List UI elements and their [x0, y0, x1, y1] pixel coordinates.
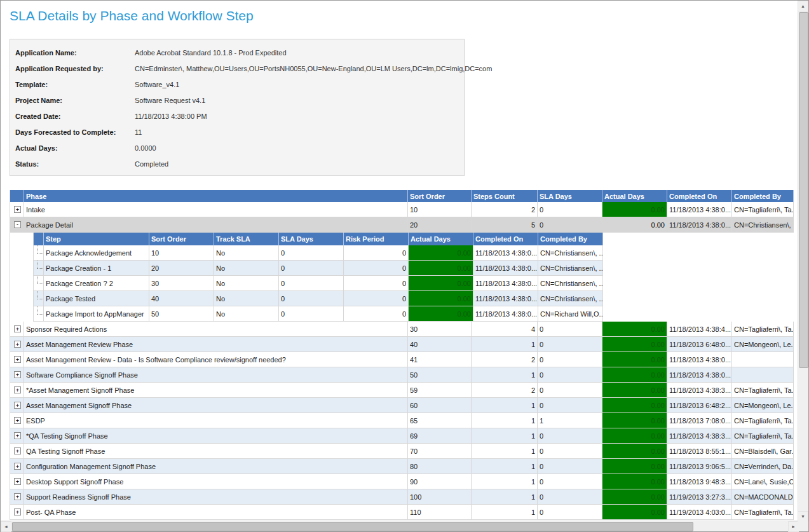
phase-name-cell: Asset Management Review Phase	[24, 337, 408, 352]
sla-days-cell: 0	[538, 474, 602, 489]
step-completed-by-cell: CN=Christiansen\, ...	[538, 261, 603, 276]
step-completed-by-cell: CN=Richard Will,O...	[538, 306, 603, 322]
phase-row: - Package Detail 20 5 0 0.00 11/18/2013 …	[10, 217, 794, 233]
header-step-actual-days[interactable]: Actual Days	[409, 233, 473, 245]
expand-toggle[interactable]: -	[10, 217, 24, 233]
steps-count-cell: 1	[472, 505, 538, 520]
completed-on-cell: 11/18/2013 4:38:3...	[667, 428, 732, 444]
completed-on-cell: 11/18/2013 4:38:4...	[667, 322, 732, 337]
sla-days-cell: 0	[538, 459, 602, 474]
step-name-cell: Package Tested	[44, 291, 149, 306]
risk-period-cell: 0	[344, 245, 409, 261]
info-row: Project Name: Software Request v4.1	[15, 92, 464, 108]
step-completed-on-cell: 11/18/2013 4:38:0...	[473, 291, 538, 306]
header-phase[interactable]: Phase	[24, 190, 408, 202]
phase-row: + *QA Testing Signoff Phase 69 1 0 0.00 …	[10, 428, 794, 444]
expand-toggle[interactable]: +	[10, 413, 24, 428]
expand-icon: +	[14, 386, 21, 393]
sla-days-cell: 0	[538, 489, 602, 505]
step-completed-on-cell: 11/18/2013 4:38:0...	[473, 306, 538, 322]
vertical-scrollbar-thumb[interactable]	[799, 12, 808, 368]
sort-order-cell: 65	[408, 413, 472, 428]
info-row: Status: Completed	[15, 156, 464, 172]
completed-on-cell: 11/18/2013 8:55:1...	[667, 444, 732, 459]
tree-connector-icon	[34, 276, 44, 291]
expand-icon: +	[14, 508, 21, 515]
header-step-completed-by[interactable]: Completed By	[538, 233, 603, 245]
step-completed-by-cell: CN=Christiansen\, ...	[538, 245, 603, 261]
step-completed-by-cell: CN=Christiansen\, ...	[538, 276, 603, 291]
step-completed-on-cell: 11/18/2013 4:38:0...	[473, 245, 538, 261]
scroll-left-arrow-icon[interactable]: ◄	[1, 521, 11, 532]
header-step-sla-days[interactable]: SLA Days	[279, 233, 344, 245]
expand-toggle[interactable]: +	[10, 202, 24, 217]
info-label: Days Forecasted to Complete:	[15, 128, 135, 136]
expand-icon: +	[14, 478, 21, 485]
step-sort-order-cell: 30	[149, 276, 214, 291]
phase-row: + Sponsor Required Actions 30 4 0 0.00 1…	[10, 322, 794, 337]
phase-row: + QA Testing Signoff Phase 70 1 0 0.00 1…	[10, 444, 794, 459]
expand-toggle[interactable]: +	[10, 428, 24, 444]
steps-header-spacer	[34, 233, 44, 245]
info-label: Created Date:	[15, 113, 135, 120]
horizontal-scrollbar-thumb[interactable]	[12, 522, 693, 531]
header-sort-order[interactable]: Sort Order	[408, 190, 472, 202]
actual-days-cell: 0.00	[602, 352, 667, 367]
info-row: Application Requested by: CN=Edminster\,…	[15, 60, 464, 76]
header-track-sla[interactable]: Track SLA	[214, 233, 279, 245]
expand-toggle[interactable]: +	[10, 367, 24, 383]
header-step[interactable]: Step	[44, 233, 149, 245]
scroll-up-arrow-icon[interactable]: ▲	[798, 1, 808, 11]
expand-toggle[interactable]: +	[10, 352, 24, 367]
phase-row: + Asset Management Review Phase 40 1 0 0…	[10, 337, 794, 352]
info-row: Created Date: 11/18/2013 4:38:00 PM	[15, 108, 464, 124]
expand-toggle[interactable]: +	[10, 489, 24, 505]
header-risk-period[interactable]: Risk Period	[344, 233, 409, 245]
header-sla-days[interactable]: SLA Days	[538, 190, 602, 202]
expand-icon: +	[14, 447, 21, 454]
completed-on-cell: 11/18/2013 4:38:0...	[667, 217, 732, 233]
expand-toggle[interactable]: +	[10, 505, 24, 520]
completed-on-cell: 11/18/2013 6:48:0...	[667, 337, 732, 352]
tree-connector-icon	[34, 291, 44, 306]
phase-row: + Support Readiness Signoff Phase 100 1 …	[10, 489, 794, 505]
expand-toggle[interactable]: +	[10, 383, 24, 398]
report-content: SLA Details by Phase and Workflow Step A…	[1, 1, 799, 522]
step-name-cell: Package Creation ? 2	[44, 276, 149, 291]
completed-by-cell: CN=Tagliaferri\, Ta...	[732, 322, 794, 337]
step-completed-by-cell: CN=Christiansen\, ...	[538, 291, 603, 306]
step-actual-days-cell: 0.00	[409, 291, 473, 306]
actual-days-cell: 0.00	[602, 459, 667, 474]
phase-row: + Software Compliance Signoff Phase 50 1…	[10, 367, 794, 383]
info-value: Software_v4.1	[135, 81, 179, 88]
expand-toggle[interactable]: +	[10, 398, 24, 413]
phase-name-cell: Support Readiness Signoff Phase	[24, 489, 408, 505]
expand-toggle[interactable]: +	[10, 337, 24, 352]
step-completed-on-cell: 11/18/2013 4:38:0...	[473, 276, 538, 291]
header-steps-count[interactable]: Steps Count	[472, 190, 538, 202]
completed-on-cell: 11/18/2013 4:38:0...	[667, 367, 732, 383]
expand-toggle[interactable]: +	[10, 444, 24, 459]
completed-by-cell: CN=Tagliaferri\, Ta...	[732, 202, 794, 217]
horizontal-scrollbar[interactable]: ◄ ►	[1, 521, 799, 531]
header-step-completed-on[interactable]: Completed On	[473, 233, 538, 245]
expand-toggle[interactable]: +	[10, 459, 24, 474]
header-completed-on[interactable]: Completed On	[667, 190, 732, 202]
header-actual-days[interactable]: Actual Days	[602, 190, 667, 202]
expand-toggle[interactable]: +	[10, 322, 24, 337]
phase-name-cell: Asset Management Signoff Phase	[24, 398, 408, 413]
header-completed-by[interactable]: Completed By	[732, 190, 794, 202]
completed-by-cell: CN=Mongeon\, Le...	[732, 398, 794, 413]
phase-name-cell: QA Testing Signoff Phase	[24, 444, 408, 459]
expand-toggle[interactable]: +	[10, 474, 24, 489]
report-title: SLA Details by Phase and Workflow Step	[10, 8, 799, 24]
phase-name-cell: Intake	[24, 202, 408, 217]
header-step-sort-order[interactable]: Sort Order	[149, 233, 214, 245]
risk-period-cell: 0	[344, 261, 409, 276]
info-value: 0.0000	[135, 144, 156, 152]
vertical-scrollbar[interactable]: ▲ ▼	[798, 1, 808, 522]
step-completed-on-cell: 11/18/2013 4:38:0...	[473, 261, 538, 276]
completed-on-cell: 11/18/2013 4:38:0...	[667, 202, 732, 217]
actual-days-cell: 0.00	[602, 398, 667, 413]
steps-table-body: Package Acknowledgement 10 No 0 0 0.00 1…	[34, 245, 603, 322]
